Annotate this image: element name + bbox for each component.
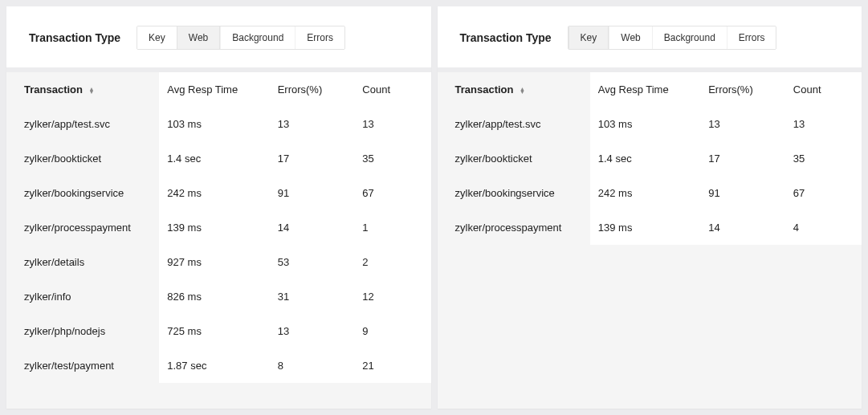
cell-name: zylker/info — [6, 279, 159, 314]
cell-err: 17 — [270, 141, 355, 176]
cell-resp: 1.4 sec — [159, 141, 269, 176]
cell-cnt: 1 — [354, 210, 430, 245]
table-row[interactable]: zylker/processpayment139 ms144 — [438, 210, 862, 245]
cell-name: zylker/processpayment — [438, 210, 590, 245]
cell-resp: 103 ms — [590, 107, 700, 141]
cell-resp: 725 ms — [159, 314, 269, 348]
cell-resp: 103 ms — [159, 107, 269, 141]
cell-cnt: 67 — [354, 176, 430, 210]
panel-right: Transaction Type KeyWebBackgroundErrors … — [438, 6, 862, 409]
table-row[interactable]: zylker/bookingservice242 ms9167 — [6, 176, 431, 210]
col-count[interactable]: Count — [785, 72, 862, 107]
cell-resp: 139 ms — [159, 210, 269, 245]
cell-err: 8 — [270, 348, 355, 383]
table-row[interactable]: zylker/bookticket1.4 sec1735 — [438, 141, 862, 176]
panel-title: Transaction Type — [29, 31, 120, 44]
cell-resp: 242 ms — [590, 176, 700, 210]
col-transaction-label: Transaction — [455, 83, 514, 96]
cell-name: zylker/processpayment — [6, 210, 159, 245]
cell-name: zylker/bookticket — [6, 141, 159, 176]
col-transaction[interactable]: Transaction ▲▼ — [438, 72, 590, 107]
cell-err: 91 — [700, 176, 785, 210]
table-row[interactable]: zylker/details927 ms532 — [6, 245, 431, 279]
cell-err: 13 — [270, 314, 355, 348]
cell-cnt: 21 — [354, 348, 430, 383]
cell-cnt: 67 — [785, 176, 862, 210]
cell-resp: 927 ms — [159, 245, 269, 279]
cell-cnt: 35 — [354, 141, 430, 176]
table-row[interactable]: zylker/app/test.svc103 ms1313 — [6, 107, 431, 141]
table-row[interactable]: zylker/bookingservice242 ms9167 — [438, 176, 862, 210]
table: Transaction ▲▼ Avg Resp Time Errors(%) C… — [6, 72, 431, 409]
col-resp[interactable]: Avg Resp Time — [590, 72, 700, 107]
col-resp[interactable]: Avg Resp Time — [159, 72, 269, 107]
tab-background[interactable]: Background — [220, 26, 295, 49]
col-count[interactable]: Count — [354, 72, 430, 107]
cell-err: 14 — [700, 210, 785, 245]
cell-err: 91 — [270, 176, 355, 210]
cell-cnt: 13 — [354, 107, 430, 141]
panel-header: Transaction Type KeyWebBackgroundErrors — [6, 6, 431, 67]
tabs: KeyWebBackgroundErrors — [568, 26, 777, 50]
cell-name: zylker/php/nodejs — [6, 314, 159, 348]
table-row[interactable]: zylker/test/payment1.87 sec821 — [6, 348, 431, 383]
cell-cnt: 2 — [354, 245, 430, 279]
cell-name: zylker/details — [6, 245, 159, 279]
col-transaction[interactable]: Transaction ▲▼ — [6, 72, 159, 107]
table-row[interactable]: zylker/bookticket1.4 sec1735 — [6, 141, 431, 176]
cell-name: zylker/test/payment — [6, 348, 159, 383]
cell-err: 17 — [700, 141, 785, 176]
cell-err: 53 — [270, 245, 355, 279]
cell-err: 31 — [270, 279, 355, 314]
cell-cnt: 12 — [354, 279, 430, 314]
cell-resp: 242 ms — [159, 176, 269, 210]
cell-resp: 1.4 sec — [590, 141, 700, 176]
sort-icon: ▲▼ — [520, 87, 525, 94]
tab-errors[interactable]: Errors — [727, 26, 776, 49]
cell-resp: 826 ms — [159, 279, 269, 314]
table: Transaction ▲▼ Avg Resp Time Errors(%) C… — [438, 72, 862, 409]
cell-cnt: 4 — [785, 210, 862, 245]
tab-errors[interactable]: Errors — [295, 26, 344, 49]
tab-web[interactable]: Web — [609, 26, 651, 49]
cell-err: 13 — [700, 107, 785, 141]
panel-title: Transaction Type — [460, 31, 552, 44]
cell-cnt: 13 — [785, 107, 862, 141]
table-row[interactable]: zylker/info826 ms3112 — [6, 279, 431, 314]
tab-background[interactable]: Background — [652, 26, 727, 49]
panel-header: Transaction Type KeyWebBackgroundErrors — [438, 6, 862, 67]
cell-name: zylker/app/test.svc — [438, 107, 590, 141]
tab-key[interactable]: Key — [137, 26, 177, 49]
table-row[interactable]: zylker/php/nodejs725 ms139 — [6, 314, 431, 348]
cell-resp: 139 ms — [590, 210, 700, 245]
sort-icon: ▲▼ — [89, 87, 95, 94]
cell-err: 13 — [270, 107, 355, 141]
tabs: KeyWebBackgroundErrors — [137, 26, 345, 50]
tab-web[interactable]: Web — [177, 26, 220, 49]
cell-err: 14 — [270, 210, 355, 245]
table-row[interactable]: zylker/app/test.svc103 ms1313 — [438, 107, 862, 141]
table-row[interactable]: zylker/processpayment139 ms141 — [6, 210, 431, 245]
cell-cnt: 35 — [785, 141, 862, 176]
cell-resp: 1.87 sec — [159, 348, 269, 383]
cell-name: zylker/bookingservice — [438, 176, 590, 210]
tab-key[interactable]: Key — [568, 26, 609, 49]
cell-name: zylker/bookingservice — [6, 176, 159, 210]
panel-left: Transaction Type KeyWebBackgroundErrors … — [6, 6, 431, 409]
cell-name: zylker/app/test.svc — [6, 107, 159, 141]
col-transaction-label: Transaction — [24, 83, 83, 96]
cell-name: zylker/bookticket — [438, 141, 590, 176]
col-errors[interactable]: Errors(%) — [700, 72, 785, 107]
col-errors[interactable]: Errors(%) — [270, 72, 355, 107]
cell-cnt: 9 — [354, 314, 430, 348]
